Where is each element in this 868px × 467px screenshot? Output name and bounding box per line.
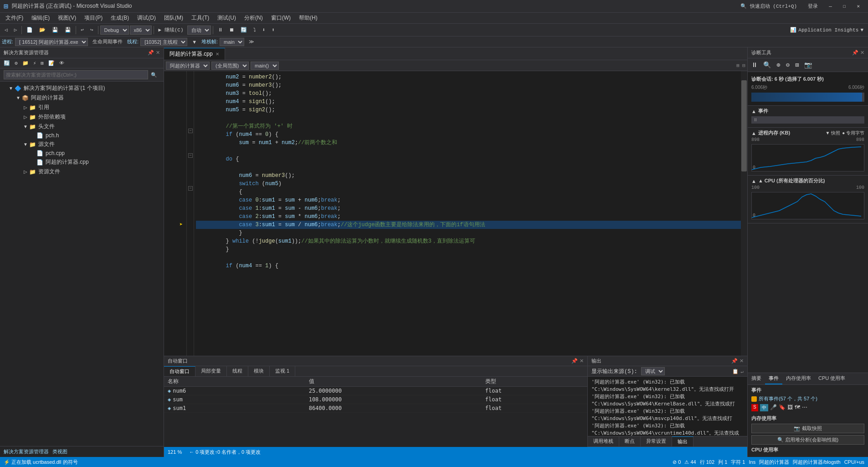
fold-btn-3[interactable]: − xyxy=(188,186,193,191)
config-dropdown[interactable]: Debug xyxy=(100,26,129,35)
memory-title[interactable]: ▲ 进程内存 (KB) ▼ 快照 ● 专用字节 xyxy=(751,130,864,136)
thread-select[interactable]: [10352] 主线程 xyxy=(140,38,187,46)
menu-analyze[interactable]: 分析(N) xyxy=(241,13,267,23)
collapse-btn[interactable]: ⊞ xyxy=(39,59,46,67)
diag-fit-btn[interactable]: ⊞ xyxy=(793,60,801,70)
restore-button[interactable]: ☐ xyxy=(838,2,851,10)
icon-map[interactable]: 🗺 xyxy=(795,404,800,411)
search-btn[interactable]: 🔍 xyxy=(148,71,160,79)
menu-debug[interactable]: 调试(D) xyxy=(134,13,159,23)
auto-window-close[interactable]: ✕ xyxy=(580,358,584,364)
icon-mic[interactable]: 🎤 xyxy=(770,404,777,411)
tab-auto[interactable]: 自动窗口 xyxy=(164,366,195,376)
tab-callstack[interactable]: 调用堆栈 xyxy=(588,436,619,446)
close-button[interactable]: ✕ xyxy=(852,2,864,10)
thread-filter[interactable]: ▼ xyxy=(189,38,200,46)
snapshot-btn[interactable]: 📷 截取快照 xyxy=(751,424,864,433)
lifecycle-btn[interactable]: 生命周期事件 xyxy=(90,37,125,46)
source-files-node[interactable]: ▼ 📁 源文件 xyxy=(0,140,164,149)
tab-breakpoints[interactable]: 断点 xyxy=(619,436,641,446)
main-cpp-node[interactable]: 📄 阿超的计算器.cpp xyxy=(0,157,164,167)
function-dropdown[interactable]: main() xyxy=(251,62,279,70)
toolbar-open[interactable]: 📂 xyxy=(36,26,48,34)
view-btn[interactable]: 👁 xyxy=(57,59,66,67)
auto-dropdown[interactable]: 自动 xyxy=(187,26,211,35)
icon-image[interactable]: 🖼 xyxy=(787,404,793,411)
diag-zoom-in-btn[interactable]: ⊕ xyxy=(775,60,782,70)
process-select[interactable]: [ 16512] 阿超的计算器.exe xyxy=(15,38,88,46)
output-source-select[interactable]: 调试 xyxy=(641,367,665,375)
login-button[interactable]: 登录 xyxy=(803,2,822,10)
diag-pin[interactable]: 📌 xyxy=(852,50,858,56)
toolbar-undo[interactable]: ↩ xyxy=(78,26,87,34)
debug-stop[interactable]: ⏹ xyxy=(226,26,237,34)
references-node[interactable]: ▷ 📁 引用 xyxy=(0,103,164,112)
debug-pause[interactable]: ⏸ xyxy=(215,26,226,34)
diag-tab-memory[interactable]: 内存使用率 xyxy=(782,373,815,384)
sidebar-close[interactable]: ✕ xyxy=(156,50,160,56)
menu-test[interactable]: 测试(U) xyxy=(214,13,240,23)
menu-edit[interactable]: 编辑(E) xyxy=(28,13,53,23)
toolbar-back[interactable]: ◁ xyxy=(2,26,10,34)
tab-threads[interactable]: 线程 xyxy=(227,366,248,376)
menu-file[interactable]: 文件(F) xyxy=(2,13,27,23)
menu-team[interactable]: 团队(M) xyxy=(160,13,187,23)
stack-more[interactable]: ≫ xyxy=(246,38,257,46)
sidebar-pin[interactable]: 📌 xyxy=(148,50,154,56)
solution-explorer-link[interactable]: 解决方案资源管理器 xyxy=(4,448,49,455)
quick-launch[interactable]: 🔍 快速启动 (Ctrl+Q) xyxy=(736,2,801,10)
stack-select[interactable]: main xyxy=(220,38,244,46)
output-copy-btn[interactable]: 📋 xyxy=(732,368,739,374)
header-files-node[interactable]: ▼ 📁 头文件 xyxy=(0,122,164,131)
icon-bookmark[interactable]: 🔖 xyxy=(779,404,786,411)
filter-btn[interactable]: ⚡ xyxy=(31,59,38,67)
debug-step-out[interactable]: ⬆ xyxy=(269,26,277,34)
diag-zoom-out-btn[interactable]: ⊖ xyxy=(784,60,791,70)
menu-window[interactable]: 窗口(W) xyxy=(267,13,294,23)
diag-close[interactable]: ✕ xyxy=(860,50,864,56)
context-dropdown[interactable]: (全局范围) xyxy=(211,62,249,70)
new-file-btn[interactable]: 📝 xyxy=(46,59,56,67)
solution-node[interactable]: ▼ 🔷 解决方案'阿超的计算器'(1 个项目) xyxy=(0,83,164,93)
search-input[interactable] xyxy=(4,70,148,79)
toolbar-forward[interactable]: ▷ xyxy=(11,26,20,34)
external-deps-node[interactable]: ▷ 📁 外部依赖项 xyxy=(0,112,164,122)
icon-weather[interactable]: 中 xyxy=(760,404,768,411)
code-area[interactable]: num2 = number2(); num6 = number3(); num3… xyxy=(194,71,741,356)
tab-locals[interactable]: 局部变量 xyxy=(195,366,227,376)
toolbar-save[interactable]: 💾 xyxy=(49,26,61,34)
toolbar-new[interactable]: 📄 xyxy=(24,26,36,34)
icon-more[interactable]: ⋯ xyxy=(802,404,807,411)
tab-modules[interactable]: 模块 xyxy=(248,366,270,376)
toolbar-redo[interactable]: ↪ xyxy=(87,26,96,34)
tab-output[interactable]: 输出 xyxy=(672,436,693,446)
diag-pause-btn[interactable]: ⏸ xyxy=(750,61,760,70)
toolbar-save-all[interactable]: 💾 xyxy=(62,26,74,34)
scrollbar-thumb[interactable] xyxy=(741,80,747,171)
diag-snapshot-btn[interactable]: 📷 xyxy=(802,60,814,70)
fold-btn-2[interactable]: − xyxy=(188,153,193,158)
platform-dropdown[interactable]: x86 xyxy=(130,26,152,35)
show-all-btn[interactable]: 📁 xyxy=(21,59,31,67)
debug-step-over[interactable]: ⤵ xyxy=(251,26,259,34)
project-node[interactable]: ▼ 📦 阿超的计算器 xyxy=(0,93,164,103)
menu-tools[interactable]: 工具(T) xyxy=(188,13,213,23)
editor-tab-main[interactable]: 阿超的计算器.cpp ✕ xyxy=(164,48,225,60)
continue-btn[interactable]: ▶ 继续(C) xyxy=(156,26,186,34)
menu-build[interactable]: 生成(B) xyxy=(107,13,133,23)
heap-analysis-btn[interactable]: 🔍 启用堆分析(会影响性能) xyxy=(751,435,864,445)
output-word-wrap-btn[interactable]: ↵ xyxy=(740,368,744,374)
tab-close-btn[interactable]: ✕ xyxy=(216,52,219,57)
output-close[interactable]: ✕ xyxy=(740,358,744,364)
menu-view[interactable]: 视图(V) xyxy=(54,13,80,23)
menu-project[interactable]: 项目(P) xyxy=(81,13,106,23)
diag-search-btn[interactable]: 🔍 xyxy=(761,60,773,70)
scope-dropdown[interactable]: 阿超的计算器 xyxy=(166,62,210,70)
diag-tab-summary[interactable]: 摘要 xyxy=(748,373,765,384)
menu-help[interactable]: 帮助(H) xyxy=(295,13,321,23)
pch-cpp-node[interactable]: 📄 pch.cpp xyxy=(0,149,164,157)
tab-exceptions[interactable]: 异常设置 xyxy=(641,436,672,446)
icon-s[interactable]: S xyxy=(751,404,758,411)
properties-btn[interactable]: ⚙ xyxy=(13,59,20,67)
editor-scrollbar[interactable] xyxy=(741,71,747,356)
